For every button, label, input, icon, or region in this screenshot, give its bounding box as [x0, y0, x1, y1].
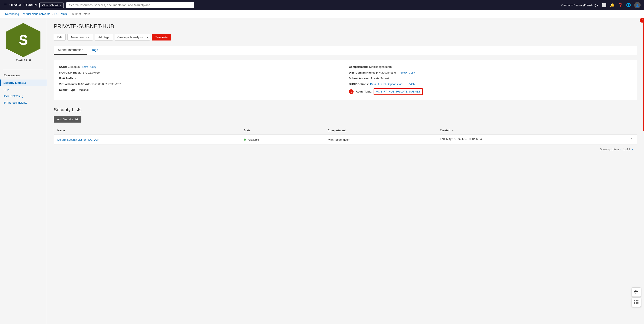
- search-input[interactable]: [66, 2, 194, 8]
- section-toolbar: Add Security List: [54, 116, 637, 122]
- tab-tags[interactable]: Tags: [87, 46, 102, 55]
- sidebar-item-ip-address-insights[interactable]: IP Address Insights: [0, 99, 47, 106]
- state-value: Available: [248, 138, 259, 141]
- next-page-icon[interactable]: ›: [632, 147, 633, 151]
- hamburger-menu-icon[interactable]: ☰: [4, 3, 7, 8]
- create-path-analysis-arrow-icon[interactable]: ▾: [145, 34, 150, 40]
- ocid-row: OCID: ...55apua Show Copy: [59, 65, 342, 68]
- help-icon[interactable]: ❓: [618, 3, 623, 8]
- row-actions-menu-icon[interactable]: ⋮: [630, 137, 634, 142]
- edit-button[interactable]: Edit: [54, 34, 66, 40]
- sidebar: S AVAILABLE Resources Security Lists (1)…: [0, 18, 47, 324]
- mac-row: Virtual Router MAC Address: 00:00:17:69:…: [59, 82, 342, 86]
- right-info-column: Compartment: IwanHoogendoorn DNS Domain …: [349, 65, 632, 95]
- breadcrumb: Networking › Virtual cloud networks › HU…: [0, 10, 644, 18]
- breadcrumb-networking[interactable]: Networking: [5, 12, 19, 16]
- create-path-analysis-dropdown[interactable]: Create path analysis ▾: [115, 34, 150, 40]
- globe-icon[interactable]: 🌐: [626, 3, 631, 8]
- compartment-row: Compartment: IwanHoogendoorn: [349, 65, 632, 68]
- cell-name: Default Security List for HUB-VCN: [54, 135, 240, 145]
- page-title: PRIVATE-SUBNET-HUB: [54, 23, 637, 30]
- add-tags-button[interactable]: Add tags: [94, 34, 113, 40]
- computer-icon[interactable]: ⬜: [602, 3, 606, 7]
- prev-page-icon[interactable]: ‹: [620, 147, 622, 151]
- route-table-row: 1 Route Table: VCN_RT_HUB_PRIVATE_SUBNET: [349, 88, 632, 95]
- subnet-type-row: Subnet Type: Regional: [59, 88, 342, 92]
- cell-created: Thu, May 16, 2024, 07:15:04 UTC ⋮: [436, 135, 637, 145]
- security-lists-section: Security Lists Add Security List Name St…: [54, 107, 637, 154]
- ocid-copy-link[interactable]: Copy: [90, 66, 96, 68]
- ipv6-row: IPv6 Prefix: -: [59, 77, 342, 80]
- security-list-name-link[interactable]: Default Security List for HUB-VCN: [57, 138, 99, 141]
- cell-state: Available: [240, 135, 324, 145]
- annotation-badge-2: 2: [640, 18, 644, 22]
- subnet-info-panel: OCID: ...55apua Show Copy IPv4 CIDR Bloc…: [54, 60, 637, 100]
- add-security-list-button[interactable]: Add Security List: [54, 116, 82, 122]
- column-header-state: State: [240, 126, 324, 135]
- dhcp-row: DHCP Options: Default DHCP Options for H…: [349, 82, 632, 86]
- create-path-analysis-label[interactable]: Create path analysis: [115, 34, 145, 40]
- left-info-column: OCID: ...55apua Show Copy IPv4 CIDR Bloc…: [59, 65, 342, 95]
- subnet-icon-area: S AVAILABLE: [0, 23, 47, 66]
- security-lists-table: Name State Compartment Created ▼: [54, 126, 637, 145]
- annotation-red-bar: 2: [643, 18, 644, 131]
- dns-show-link[interactable]: Show: [400, 71, 406, 74]
- breadcrumb-current: Subnet Details: [72, 12, 90, 16]
- bell-icon[interactable]: 🔔: [610, 3, 614, 7]
- ocid-show-link[interactable]: Show: [82, 66, 88, 68]
- dhcp-link[interactable]: Default DHCP Options for HUB-VCN: [370, 82, 415, 86]
- action-bar: Edit Move resource Add tags Create path …: [54, 34, 637, 40]
- subnet-info-grid: OCID: ...55apua Show Copy IPv4 CIDR Bloc…: [59, 65, 632, 95]
- status-badge: AVAILABLE: [16, 59, 31, 62]
- security-lists-title: Security Lists: [54, 107, 637, 112]
- table-footer: Showing 1 item ‹ 1 of 1 ›: [54, 145, 637, 154]
- breadcrumb-hub-vcn[interactable]: HUB-VCN: [54, 12, 67, 16]
- subnet-hexagon-icon: S: [6, 23, 40, 57]
- route-table-highlight-box: VCN_RT_HUB_PRIVATE_SUBNET: [374, 88, 423, 95]
- move-resource-button[interactable]: Move resource: [67, 34, 93, 40]
- sidebar-item-security-lists[interactable]: Security Lists (1): [0, 80, 47, 86]
- nav-right: Germany Central (Frankfurt) ▾ ⬜ 🔔 ❓ 🌐 👤: [561, 2, 640, 8]
- cloud-classic-button[interactable]: Cloud Classic ›: [40, 2, 64, 8]
- main-content: PRIVATE-SUBNET-HUB Edit Move resource Ad…: [47, 18, 644, 324]
- sidebar-item-ipv6-prefixes[interactable]: IPv6 Prefixes (-): [0, 93, 47, 99]
- state-dot-icon: [244, 138, 246, 141]
- oracle-logo: ORACLE Cloud: [10, 3, 37, 7]
- annotation-badge-1: 1: [349, 89, 354, 94]
- subnet-access-row: Subnet Access: Private Subnet: [349, 77, 632, 80]
- help-circle-icon[interactable]: ⛑: [632, 287, 641, 297]
- cell-compartment: IwanHoogendoorn: [324, 135, 437, 145]
- column-header-name: Name: [54, 126, 240, 135]
- help-overlay: ⛑: [632, 287, 641, 307]
- region-selector[interactable]: Germany Central (Frankfurt) ▾: [561, 4, 598, 7]
- sidebar-divider: [4, 70, 43, 70]
- terminate-button[interactable]: Terminate: [152, 34, 171, 40]
- resources-title: Resources: [0, 73, 47, 80]
- main-container: S AVAILABLE Resources Security Lists (1)…: [0, 18, 644, 324]
- grid-view-icon[interactable]: [632, 298, 641, 307]
- route-table-link[interactable]: VCN_RT_HUB_PRIVATE_SUBNET: [376, 90, 420, 93]
- sort-icon[interactable]: ▼: [452, 130, 454, 132]
- column-header-compartment: Compartment: [324, 126, 437, 135]
- info-tabs: Subnet Information Tags: [54, 46, 637, 55]
- column-header-created: Created ▼: [436, 126, 637, 135]
- avatar[interactable]: 👤: [634, 2, 640, 8]
- sidebar-item-logs[interactable]: Logs: [0, 86, 47, 93]
- ipv4-row: IPv4 CIDR Block: 172.16.0.0/25: [59, 71, 342, 74]
- top-nav: ☰ ORACLE Cloud Cloud Classic › Germany C…: [0, 0, 644, 10]
- dns-copy-link[interactable]: Copy: [409, 71, 415, 74]
- table-row: Default Security List for HUB-VCN Availa…: [54, 135, 637, 145]
- dns-row: DNS Domain Name: privatesubnethu... Show…: [349, 71, 632, 74]
- tab-subnet-information[interactable]: Subnet Information: [54, 46, 87, 55]
- breadcrumb-vcns[interactable]: Virtual cloud networks: [23, 12, 50, 16]
